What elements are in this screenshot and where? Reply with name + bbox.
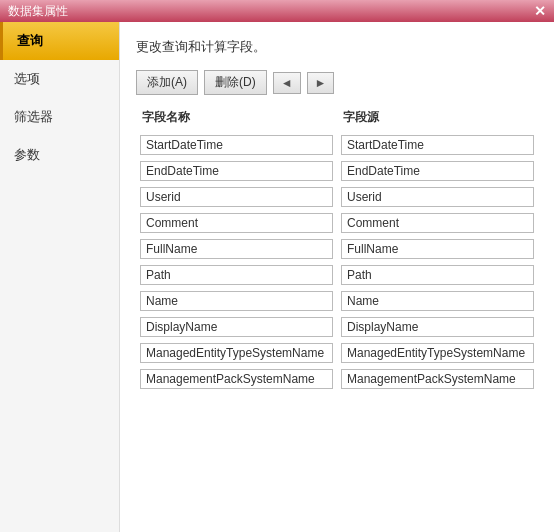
title-bar: 数据集属性 ✕ (0, 0, 554, 22)
field-name-cell (136, 288, 337, 314)
sidebar-item-params[interactable]: 参数 (0, 136, 119, 174)
table-row (136, 340, 538, 366)
field-source-input[interactable] (341, 239, 534, 259)
field-table: 字段名称 字段源 (136, 107, 538, 392)
content-area: 更改查询和计算字段。 添加(A) 删除(D) ◄ ► 字段名称 字段源 (120, 22, 554, 532)
title-bar-text: 数据集属性 (8, 3, 68, 20)
field-name-cell (136, 158, 337, 184)
field-name-cell (136, 340, 337, 366)
field-name-input[interactable] (140, 317, 333, 337)
table-row (136, 262, 538, 288)
field-source-input[interactable] (341, 265, 534, 285)
column-header-name: 字段名称 (136, 107, 337, 132)
sidebar-item-label: 选项 (14, 71, 40, 86)
field-source-cell (337, 184, 538, 210)
table-row (136, 314, 538, 340)
sidebar-item-label: 参数 (14, 147, 40, 162)
field-source-input[interactable] (341, 135, 534, 155)
main-container: 查询 选项 筛选器 参数 更改查询和计算字段。 添加(A) 删除(D) ◄ ► … (0, 22, 554, 532)
up-button[interactable]: ◄ (273, 72, 301, 94)
field-name-cell (136, 184, 337, 210)
sidebar: 查询 选项 筛选器 参数 (0, 22, 120, 532)
field-name-input[interactable] (140, 135, 333, 155)
field-name-cell (136, 262, 337, 288)
field-name-input[interactable] (140, 239, 333, 259)
field-source-cell (337, 158, 538, 184)
delete-button[interactable]: 删除(D) (204, 70, 267, 95)
table-row (136, 236, 538, 262)
close-button[interactable]: ✕ (534, 3, 546, 19)
down-button[interactable]: ► (307, 72, 335, 94)
field-name-cell (136, 210, 337, 236)
field-source-input[interactable] (341, 187, 534, 207)
toolbar: 添加(A) 删除(D) ◄ ► (136, 70, 538, 95)
field-name-cell (136, 132, 337, 158)
field-source-cell (337, 132, 538, 158)
field-name-input[interactable] (140, 343, 333, 363)
field-source-input[interactable] (341, 161, 534, 181)
field-name-cell (136, 236, 337, 262)
table-row (136, 210, 538, 236)
field-name-input[interactable] (140, 369, 333, 389)
field-name-input[interactable] (140, 161, 333, 181)
field-source-input[interactable] (341, 343, 534, 363)
field-source-cell (337, 314, 538, 340)
sidebar-item-options[interactable]: 选项 (0, 60, 119, 98)
field-source-cell (337, 262, 538, 288)
field-source-cell (337, 366, 538, 392)
sidebar-item-query[interactable]: 查询 (0, 22, 119, 60)
field-source-cell (337, 210, 538, 236)
description-text: 更改查询和计算字段。 (136, 38, 538, 56)
field-source-input[interactable] (341, 291, 534, 311)
sidebar-item-label: 筛选器 (14, 109, 53, 124)
add-button[interactable]: 添加(A) (136, 70, 198, 95)
table-row (136, 132, 538, 158)
table-row (136, 366, 538, 392)
field-source-input[interactable] (341, 213, 534, 233)
field-name-input[interactable] (140, 213, 333, 233)
field-name-input[interactable] (140, 265, 333, 285)
sidebar-item-filter[interactable]: 筛选器 (0, 98, 119, 136)
table-row (136, 184, 538, 210)
table-row (136, 288, 538, 314)
table-row (136, 158, 538, 184)
field-source-input[interactable] (341, 317, 534, 337)
field-source-cell (337, 236, 538, 262)
field-source-cell (337, 340, 538, 366)
field-source-input[interactable] (341, 369, 534, 389)
field-source-cell (337, 288, 538, 314)
field-name-cell (136, 314, 337, 340)
column-header-source: 字段源 (337, 107, 538, 132)
field-name-input[interactable] (140, 291, 333, 311)
sidebar-item-label: 查询 (17, 33, 43, 48)
field-name-cell (136, 366, 337, 392)
field-name-input[interactable] (140, 187, 333, 207)
